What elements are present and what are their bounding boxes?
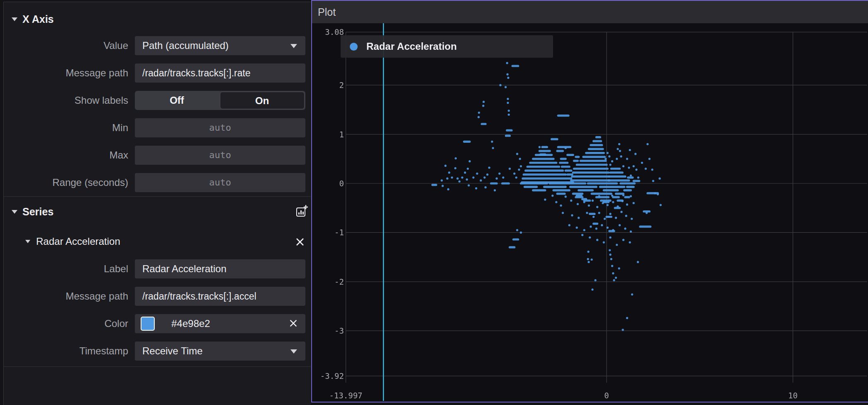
y-tick-label: -3 bbox=[314, 326, 344, 335]
x-tick-label: -13.997 bbox=[317, 391, 375, 400]
series-label-value: Radar Acceleration bbox=[142, 259, 227, 278]
row-timestamp: Timestamp Receive Time bbox=[4, 342, 311, 361]
row-max: Max auto bbox=[4, 146, 311, 165]
x-message-path-input[interactable]: /radar/tracks.tracks[:].rate bbox=[135, 63, 305, 83]
message-path-label: Message path bbox=[4, 63, 128, 83]
row-show-labels: Show labels Off On bbox=[4, 91, 311, 110]
row-range: Range (seconds) auto bbox=[4, 173, 311, 192]
delete-series-button[interactable] bbox=[295, 237, 305, 247]
color-swatch[interactable] bbox=[141, 317, 155, 331]
series-item-radar-acceleration[interactable]: Radar Acceleration bbox=[4, 234, 311, 249]
clear-color-button[interactable] bbox=[289, 319, 299, 329]
chevron-down-icon bbox=[290, 349, 297, 354]
min-input[interactable]: auto bbox=[135, 118, 305, 137]
add-chart-icon bbox=[296, 205, 308, 218]
row-series-label: Label Radar Acceleration bbox=[4, 259, 311, 278]
series-label-label: Label bbox=[4, 259, 128, 278]
app: { "settings": { "xaxis": { "title": "X A… bbox=[0, 0, 868, 405]
show-labels-toggle: Off On bbox=[135, 91, 305, 110]
caret-down-icon bbox=[25, 240, 30, 243]
row-series-message-path: Message path /radar/tracks.tracks[:].acc… bbox=[4, 287, 311, 306]
series-color-input[interactable]: #4e98e2 bbox=[135, 314, 305, 333]
value-dropdown[interactable]: Path (accumulated) bbox=[135, 36, 305, 55]
x-tick-label: 0 bbox=[578, 391, 636, 400]
series-label-input[interactable]: Radar Acceleration bbox=[135, 259, 305, 278]
section-divider bbox=[4, 196, 311, 197]
y-tick-label: -3.92 bbox=[314, 371, 344, 381]
y-tick-label: -2 bbox=[314, 277, 344, 286]
value-label: Value bbox=[4, 36, 128, 55]
series-color-value: #4e98e2 bbox=[171, 314, 210, 333]
range-label: Range (seconds) bbox=[4, 173, 128, 192]
caret-down-icon bbox=[12, 17, 17, 21]
close-icon bbox=[295, 237, 305, 247]
min-label: Min bbox=[4, 118, 128, 137]
show-labels-on-button[interactable]: On bbox=[220, 92, 305, 109]
y-tick-label: 1 bbox=[314, 130, 344, 139]
plot-settings-panel: X Axis Value Path (accumulated) Message … bbox=[3, 2, 311, 405]
plot-legend[interactable]: Radar Acceleration bbox=[341, 35, 553, 58]
min-placeholder: auto bbox=[135, 118, 305, 137]
section-title: X Axis bbox=[22, 13, 54, 25]
timestamp-label: Timestamp bbox=[4, 342, 128, 361]
range-placeholder: auto bbox=[135, 173, 305, 192]
y-tick-label: 0 bbox=[314, 179, 344, 188]
section-series[interactable]: Series bbox=[12, 205, 54, 218]
max-label: Max bbox=[4, 146, 128, 165]
y-tick-label: 2 bbox=[314, 81, 344, 90]
row-series-color: Color #4e98e2 bbox=[4, 314, 311, 333]
plot-chart-canvas[interactable] bbox=[312, 23, 867, 401]
value-dropdown-value: Path (accumulated) bbox=[142, 36, 229, 55]
plot-panel-title: Plot bbox=[318, 1, 336, 23]
series-message-path-input[interactable]: /radar/tracks.tracks[:].accel bbox=[135, 287, 305, 306]
series-message-path-label: Message path bbox=[4, 287, 128, 306]
x-message-path-value: /radar/tracks.tracks[:].rate bbox=[142, 63, 251, 83]
series-color-label: Color bbox=[4, 314, 128, 333]
max-input[interactable]: auto bbox=[135, 146, 305, 165]
legend-series-label: Radar Acceleration bbox=[366, 35, 457, 58]
timestamp-dropdown-value: Receive Time bbox=[142, 342, 202, 361]
max-placeholder: auto bbox=[135, 146, 305, 165]
series-item-name: Radar Acceleration bbox=[36, 236, 120, 247]
section-x-axis[interactable]: X Axis bbox=[12, 13, 54, 25]
add-series-button[interactable] bbox=[296, 205, 308, 220]
range-input[interactable]: auto bbox=[135, 173, 305, 192]
chevron-down-icon bbox=[290, 44, 297, 48]
section-title: Series bbox=[22, 206, 54, 218]
y-tick-label: 3.08 bbox=[314, 27, 344, 37]
section-divider bbox=[4, 366, 311, 367]
series-message-path-value: /radar/tracks.tracks[:].accel bbox=[142, 287, 256, 306]
row-value: Value Path (accumulated) bbox=[4, 36, 311, 55]
row-min: Min auto bbox=[4, 118, 311, 137]
close-icon bbox=[289, 319, 298, 328]
plot-panel-titlebar[interactable]: Plot bbox=[312, 1, 868, 23]
show-labels-label: Show labels bbox=[4, 91, 128, 110]
caret-down-icon bbox=[12, 210, 17, 214]
y-tick-label: -1 bbox=[314, 228, 344, 237]
show-labels-off-button[interactable]: Off bbox=[135, 91, 219, 110]
x-tick-label: 10 bbox=[764, 391, 822, 400]
row-x-message-path: Message path /radar/tracks.tracks[:].rat… bbox=[4, 63, 311, 83]
timestamp-dropdown[interactable]: Receive Time bbox=[135, 342, 305, 361]
series-color-dot bbox=[350, 43, 358, 51]
